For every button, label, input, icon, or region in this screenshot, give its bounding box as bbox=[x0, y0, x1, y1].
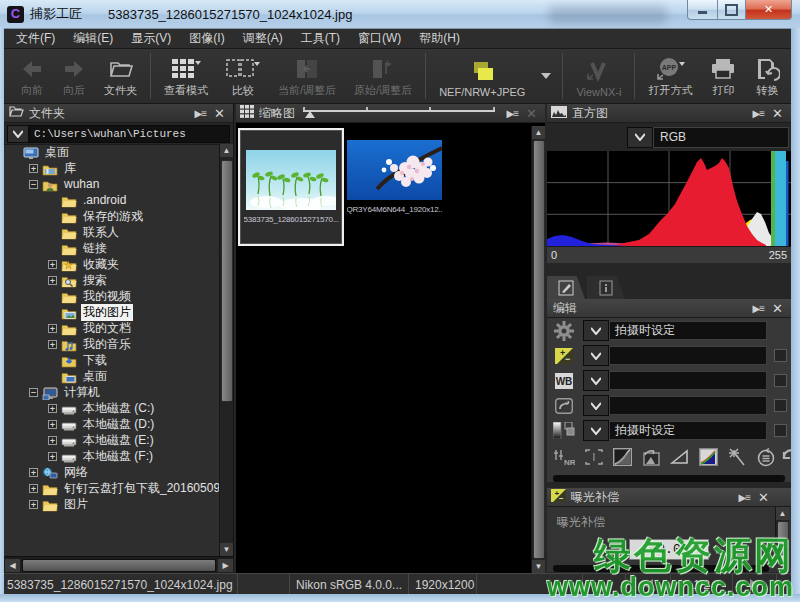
panel-close-icon[interactable]: ✕ bbox=[754, 490, 773, 505]
scroll-up-icon[interactable]: ▲ bbox=[220, 144, 233, 157]
current-adjusted-button[interactable]: 当前/调整后 bbox=[269, 49, 345, 103]
expand-icon[interactable]: + bbox=[48, 436, 57, 445]
tree-item-本地磁盘 (E:)[interactable]: +本地磁盘 (E:) bbox=[4, 432, 220, 448]
tree-item-网络[interactable]: +网络 bbox=[4, 464, 220, 480]
channel-select[interactable]: RGB bbox=[653, 127, 789, 148]
expand-icon[interactable]: + bbox=[48, 420, 57, 429]
path-dropdown-button[interactable] bbox=[7, 125, 29, 143]
compare-button[interactable]: 比较 bbox=[217, 49, 269, 103]
menu-item-4[interactable]: 图像(I) bbox=[180, 28, 233, 49]
menu-item-2[interactable]: 编辑(E) bbox=[64, 28, 122, 49]
panel-menu-icon[interactable]: ▶≡ bbox=[503, 108, 523, 119]
tree-item-钉钉云盘打包下载_20160509_15_[interactable]: +钉钉云盘打包下载_20160509_15_ bbox=[4, 480, 220, 496]
increase-icon[interactable]: ▸ bbox=[709, 543, 729, 557]
tree-item-保存的游戏[interactable]: 保存的游戏 bbox=[4, 208, 220, 224]
maximize-button[interactable] bbox=[718, 0, 746, 20]
tree-item-计算机[interactable]: −计算机 bbox=[4, 384, 220, 400]
white-balance-select[interactable] bbox=[609, 371, 767, 390]
scrollbar-thumb[interactable] bbox=[777, 521, 789, 549]
tone-select-dropdown-button[interactable] bbox=[583, 420, 609, 441]
picture-control-select-dropdown-button[interactable] bbox=[583, 320, 609, 341]
retouch-brush-button[interactable] bbox=[727, 448, 747, 466]
menu-item-7[interactable]: 窗口(W) bbox=[349, 28, 410, 49]
panel-close-icon[interactable]: ✕ bbox=[768, 301, 787, 316]
tone-select[interactable]: 拍摄时设定 bbox=[609, 421, 767, 440]
slider-handle[interactable] bbox=[305, 111, 315, 118]
tree-item-本地磁盘 (D:)[interactable]: +本地磁盘 (D:) bbox=[4, 416, 220, 432]
panel-menu-icon[interactable]: ▶≡ bbox=[749, 108, 769, 119]
tone-select-checkbox[interactable] bbox=[774, 424, 787, 437]
noise-reduction-button[interactable]: NR bbox=[553, 448, 575, 466]
title-bar[interactable]: C 捕影工匠 5383735_1286015271570_1024x1024.j… bbox=[0, 0, 800, 29]
tree-item-桌面[interactable]: 桌面 bbox=[4, 368, 220, 384]
expand-icon[interactable]: + bbox=[48, 276, 57, 285]
collapse-icon[interactable]: − bbox=[29, 388, 38, 397]
print-button[interactable]: 打印 bbox=[701, 49, 745, 103]
tree-item-联系人[interactable]: 联系人 bbox=[4, 224, 220, 240]
close-button[interactable]: ✕ bbox=[746, 0, 792, 20]
exposure-value-input[interactable]: +0.00 bbox=[629, 539, 709, 560]
tree-item-.android[interactable]: .android bbox=[4, 192, 220, 208]
more-dropdown-icon[interactable] bbox=[534, 49, 558, 103]
expand-icon[interactable]: + bbox=[48, 324, 57, 333]
active-dlighting-select[interactable] bbox=[609, 396, 767, 415]
tree-item-图片[interactable]: +图片 bbox=[4, 496, 220, 512]
expand-icon[interactable]: + bbox=[29, 468, 38, 477]
active-dlighting-select-dropdown-button[interactable] bbox=[583, 395, 609, 416]
thumbnail-2[interactable]: QR3Y64M6N644_1920x12... bbox=[342, 140, 446, 236]
tab-edit[interactable] bbox=[547, 276, 585, 299]
unsharp-mask-button[interactable] bbox=[641, 448, 661, 466]
exposure-select[interactable] bbox=[609, 346, 767, 365]
expand-icon[interactable]: + bbox=[29, 484, 38, 493]
tab-info[interactable] bbox=[587, 276, 625, 299]
channel-dropdown-button[interactable] bbox=[627, 127, 653, 148]
tree-item-我的图片[interactable]: 我的图片 bbox=[4, 304, 220, 320]
tree-item-桌面[interactable]: 桌面 bbox=[4, 144, 220, 160]
expand-icon[interactable]: + bbox=[48, 260, 57, 269]
tone-curve-button[interactable] bbox=[613, 448, 632, 466]
nef-jpeg-button[interactable]: NEF/NRW+JPEG bbox=[430, 49, 534, 103]
minimize-button[interactable] bbox=[687, 0, 718, 20]
expand-icon[interactable]: + bbox=[48, 404, 57, 413]
tree-item-本地磁盘 (F:)[interactable]: +本地磁盘 (F:) bbox=[4, 448, 220, 464]
tree-item-我的文档[interactable]: +我的文档 bbox=[4, 320, 220, 336]
previous-page-button[interactable] bbox=[626, 574, 671, 595]
tree-item-本地磁盘 (C:)[interactable]: +本地磁盘 (C:) bbox=[4, 400, 220, 416]
lch-editor-button[interactable] bbox=[699, 448, 718, 466]
resize-button[interactable]: I bbox=[584, 448, 604, 466]
menu-item-5[interactable]: 调整(A) bbox=[234, 28, 292, 49]
tree-item-我的音乐[interactable]: +我的音乐 bbox=[4, 336, 220, 352]
open-with-button[interactable]: APP打开方式 bbox=[639, 49, 701, 103]
scrollbar-thumb[interactable] bbox=[22, 559, 216, 572]
revert-button[interactable] bbox=[756, 448, 776, 467]
path-input[interactable]: C:\Users\wuhan\Pictures bbox=[29, 125, 230, 143]
scrollbar-thumb[interactable] bbox=[533, 140, 545, 559]
panel-menu-icon[interactable]: ▶≡ bbox=[191, 108, 211, 119]
folder-button[interactable]: 文件夹 bbox=[95, 49, 146, 103]
convert-button[interactable]: 转换 bbox=[745, 49, 789, 103]
folders-vertical-scrollbar[interactable]: ▲ ▼ bbox=[219, 144, 233, 556]
menu-item-3[interactable]: 显示(V) bbox=[122, 28, 180, 49]
collapse-icon[interactable]: − bbox=[29, 180, 38, 189]
scroll-left-icon[interactable]: ◀ bbox=[5, 559, 20, 572]
tree-item-我的视频[interactable]: 我的视频 bbox=[4, 288, 220, 304]
picture-control-select[interactable]: 拍摄时设定 bbox=[609, 321, 767, 340]
active-dlighting-select-checkbox[interactable] bbox=[774, 399, 787, 412]
decrease-icon[interactable]: ◂ bbox=[609, 543, 629, 557]
expand-icon[interactable]: + bbox=[48, 340, 57, 349]
thumbnails-vertical-scrollbar[interactable]: ▲ ▼ bbox=[531, 126, 545, 573]
scroll-right-icon[interactable]: ▶ bbox=[218, 559, 233, 572]
panel-close-icon[interactable]: ✕ bbox=[768, 106, 787, 121]
scroll-down-icon[interactable]: ▼ bbox=[532, 560, 545, 573]
scroll-up-icon[interactable]: ▲ bbox=[776, 507, 789, 520]
expand-icon[interactable]: + bbox=[29, 164, 38, 173]
expand-icon[interactable]: + bbox=[29, 500, 38, 509]
scroll-down-icon[interactable]: ▼ bbox=[220, 543, 233, 556]
tree-item-链接[interactable]: 链接 bbox=[4, 240, 220, 256]
tree-item-wuhan[interactable]: −wuhan bbox=[4, 176, 220, 192]
white-balance-select-dropdown-button[interactable] bbox=[583, 370, 609, 391]
viewnx-button[interactable]: ViewNX-i bbox=[567, 49, 630, 103]
thumbnail-size-slider[interactable] bbox=[303, 107, 495, 119]
expand-icon[interactable]: + bbox=[48, 452, 57, 461]
menu-item-1[interactable]: 文件(F) bbox=[7, 28, 64, 49]
